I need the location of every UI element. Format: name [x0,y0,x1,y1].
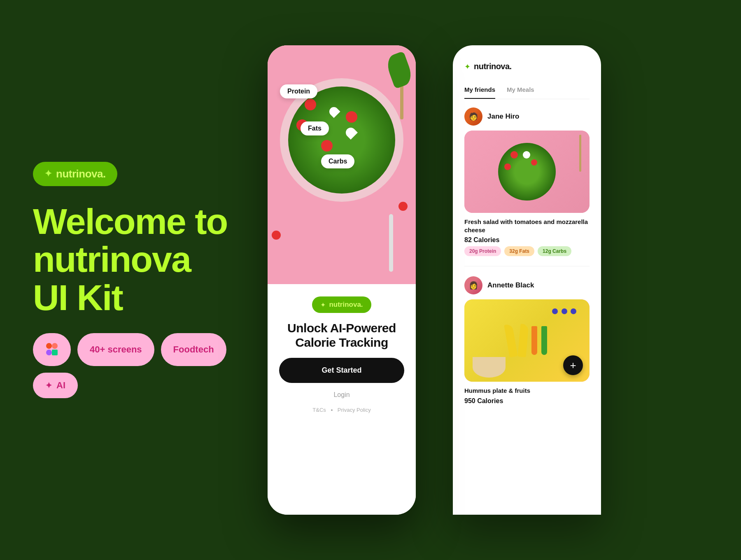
svg-rect-2 [52,343,58,349]
blueberry-cluster [551,308,577,317]
avatar-annette: 👩 [464,276,482,294]
mini-tomato-3 [531,159,537,166]
figma-icon [43,341,61,359]
avatar-jane: 🧑 [464,107,482,126]
jane-macro-tags: 20g Protein 32g Fats 12g Carbs [464,246,590,256]
tomato-scatter-1 [398,202,408,211]
add-meal-button[interactable]: + [563,355,583,375]
tab-friends[interactable]: My friends [464,81,495,99]
app-logo-row: ✦ nutrinova. [464,62,590,71]
jane-meal-title: Fresh salad with tomatoes and mozzarella… [464,218,590,234]
logo-text: nutrinova. [56,168,106,180]
jane-protein-tag: 20g Protein [464,246,501,256]
divider [464,266,590,266]
phone-headline: Unlock AI-Powered Calorie Tracking [279,321,404,350]
jane-fats-tag: 32g Fats [504,246,534,256]
spoon-icon [389,214,393,272]
friend-card-annette: 👩 Annette Black [464,276,590,405]
svg-rect-0 [46,343,52,349]
tag-screens: 40+ screens [77,333,154,366]
tomato-3 [346,111,357,123]
annette-meal-title: Hummus plate & fruits [464,387,590,395]
tags-row: 40+ screens Foodtech ✦ AI [33,333,231,398]
friend-name-jane: Jane Hiro [487,112,519,121]
jane-meal-calories: 82 Calories [464,236,590,244]
jane-carbs-tag: 12g Carbs [538,246,571,256]
logo-pill: ✦ nutrinova. [33,162,117,186]
svg-rect-1 [46,350,52,355]
salad-meal-visual [464,131,590,213]
leaf-decoration [384,51,415,89]
mini-fork-icon [579,135,581,172]
tag-foodtech-label: Foodtech [173,344,214,355]
phone-logo-sparkle-icon: ✦ [320,301,326,309]
get-started-button[interactable]: Get Started [279,358,404,383]
tag-screens-label: 40+ screens [90,344,142,355]
celery-visual [541,326,547,355]
left-section: ✦ nutrinova. Welcome to nutrinova UI Kit… [33,162,231,398]
jane-meal-image [464,131,590,213]
phone-footer: T&Cs Privacy Policy [312,407,370,413]
salad-mini-visual [498,143,556,201]
tomato-1 [305,99,316,110]
salad-inner [288,86,395,194]
annette-meal-image: + [464,299,590,382]
tag-foodtech: Foodtech [161,333,226,366]
friend-header-annette: 👩 Annette Black [464,276,590,294]
carbs-badge: Carbs [321,154,354,168]
app-header: ✦ nutrinova. My friends My Meals [453,45,601,99]
blueberry-3 [571,308,576,314]
avatar-jane-image: 🧑 [464,107,482,126]
privacy-link[interactable]: Privacy Policy [338,407,371,413]
ai-sparkle-icon: ✦ [45,380,52,390]
blueberry-1 [552,308,558,314]
terms-link[interactable]: T&Cs [312,407,326,413]
phone-content-section: ✦ nutrinova. Unlock AI-Powered Calorie T… [268,284,416,515]
carrot-visual [531,326,537,355]
friend-card-jane: 🧑 Jane Hiro [464,107,590,256]
banana-visual [504,324,518,357]
tab-meals[interactable]: My Meals [507,81,534,99]
friend-name-annette: Annette Black [487,281,534,289]
phone-mockup: Protein Fats Carbs ✦ nutrinova. Unlock A… [268,45,416,515]
mini-tomato-2 [504,163,511,170]
hero-title: Welcome to nutrinova UI Kit [33,203,231,317]
center-section: Protein Fats Carbs ✦ nutrinova. Unlock A… [263,45,420,515]
heart-2 [344,126,358,140]
app-scroll-area: 🧑 Jane Hiro [453,99,601,515]
login-link[interactable]: Login [333,391,350,399]
svg-rect-4 [52,350,58,355]
phone-image-section: Protein Fats Carbs [268,45,416,284]
phone-logo-text: nutrinova. [329,301,363,309]
annette-meal-calories: 950 Calories [464,397,590,405]
app-panel: ✦ nutrinova. My friends My Meals 🧑 Jane … [453,45,601,515]
protein-badge: Protein [280,84,317,98]
app-logo-text: nutrinova. [474,62,512,71]
tag-ai-label: AI [56,380,65,391]
tag-figma [33,333,71,366]
tomato-4 [321,140,333,152]
banana-2-visual [518,324,529,357]
logo-sparkle-icon: ✦ [44,168,52,179]
blueberry-2 [562,308,567,314]
right-section: ✦ nutrinova. My friends My Meals 🧑 Jane … [453,45,708,515]
hummus-bowl-visual [473,357,506,378]
mini-tomato-1 [510,151,518,159]
footer-dot [331,409,333,411]
app-tabs: My friends My Meals [464,81,590,99]
phone-logo-pill: ✦ nutrinova. [312,296,371,313]
heart-1 [327,105,340,118]
jane-meal-info: Fresh salad with tomatoes and mozzarella… [464,218,590,256]
tomato-scatter-2 [272,231,281,240]
mini-mozzarella [523,151,530,159]
tag-ai: ✦ AI [33,373,78,398]
main-container: ✦ nutrinova. Welcome to nutrinova UI Kit… [0,0,741,560]
app-logo-sparkle-icon: ✦ [464,62,471,71]
avatar-annette-image: 👩 [464,276,482,294]
fats-badge: Fats [301,121,329,135]
annette-meal-info: Hummus plate & fruits 950 Calories [464,387,590,405]
friend-header-jane: 🧑 Jane Hiro [464,107,590,126]
